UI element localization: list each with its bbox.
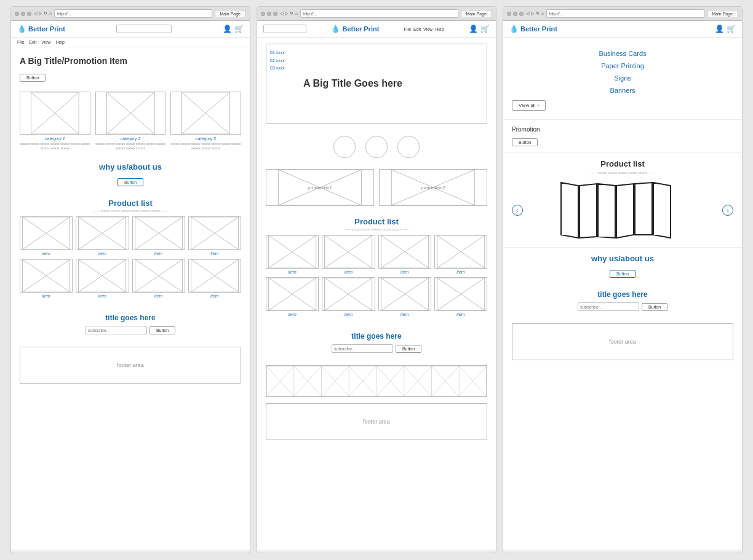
middle-footer-pattern xyxy=(266,365,487,397)
right-cart-icon[interactable]: 🛒 xyxy=(727,25,736,33)
right-promotion-section: Promotion Button xyxy=(503,120,742,153)
middle-user-icon[interactable]: 👤 xyxy=(469,25,478,33)
nav-link-signs[interactable]: Signs xyxy=(614,74,631,82)
mid-nav-edit[interactable]: Edit xyxy=(413,27,421,31)
cat3-image xyxy=(171,92,241,134)
mid-prod-3: item xyxy=(378,235,431,274)
mid-prod-4: item xyxy=(434,235,487,274)
right-subscribe-title: title goes here xyxy=(512,290,733,299)
left-product-5: item xyxy=(20,259,73,298)
right-view-all-button[interactable]: View all › xyxy=(512,100,546,111)
brochure-visual xyxy=(527,179,719,241)
mid-nav-view[interactable]: View xyxy=(423,27,432,31)
left-footer-text: footer area xyxy=(117,362,144,368)
mid-nav-help[interactable]: Help xyxy=(435,27,444,31)
nav-link-paper-printing[interactable]: Paper Printing xyxy=(601,62,644,69)
left-hero-title: A Big Title/Promotion Item xyxy=(20,56,241,66)
nav-link-banners[interactable]: Banners xyxy=(610,87,635,94)
right-header-icons: 👤 🛒 xyxy=(715,25,736,33)
nav-link-business-cards[interactable]: Business Cards xyxy=(599,50,646,57)
prod2-img xyxy=(76,217,128,250)
banner-nav-1[interactable]: 01 xxxx xyxy=(270,49,285,57)
right-user-icon[interactable]: 👤 xyxy=(715,25,724,33)
browser-tab-left[interactable]: Main Page xyxy=(215,10,246,17)
left-hero: A Big Title/Promotion Item Button xyxy=(11,47,250,85)
middle-banner: 01 xxxx 02 xxxx 03 xxxx A Big Title Goes… xyxy=(266,44,487,124)
right-carousel-next[interactable]: › xyxy=(722,205,733,216)
url-bar-middle[interactable]: http://... xyxy=(300,9,458,18)
promo-banner-1-label: promotion1 xyxy=(308,185,332,191)
nav-help[interactable]: Help xyxy=(55,40,64,44)
svg-marker-92 xyxy=(653,183,671,238)
left-header-icons: 👤 🛒 xyxy=(223,25,244,33)
middle-subscribe: title goes here Button xyxy=(257,326,496,359)
user-icon[interactable]: 👤 xyxy=(223,25,232,33)
middle-nav-inline: File Edit View Help xyxy=(404,27,444,31)
middle-product-list-sub: —— xxxxxx xxxxxx xxxxxx xxxxxx xxxxxx —— xyxy=(266,227,487,231)
left-product-6: item xyxy=(76,259,129,298)
nav-view[interactable]: View xyxy=(41,40,50,44)
middle-promo-circles xyxy=(257,130,496,164)
cat3-label: category 3 xyxy=(170,136,241,141)
mid-prod-5: item xyxy=(266,277,319,317)
left-product-list-sub: —— xxxxxx xxxxxx xxxxxx xxxxxx xxxxxx xx… xyxy=(20,209,241,213)
left-product-7: item xyxy=(132,259,185,298)
right-carousel-prev[interactable]: ‹ xyxy=(512,205,523,216)
browser-tab-right[interactable]: Main Page xyxy=(707,10,738,17)
middle-search-input[interactable] xyxy=(263,25,306,33)
left-subscribe-button[interactable]: Button xyxy=(149,326,175,334)
prod8-label: item xyxy=(188,294,241,298)
banner-nav-2[interactable]: 02 xxxx xyxy=(270,57,285,65)
right-nav-section: Business Cards Paper Printing Signs Bann… xyxy=(503,37,742,120)
url-bar-right[interactable]: http://... xyxy=(546,9,704,18)
left-category-2: category 2 xxxxxx xxxxxx xxxxxx xxxxxx x… xyxy=(95,92,166,150)
left-panel: ◁ ▷ ↻ ⌂ http://... Main Page 💧 Better Pr… xyxy=(10,6,250,553)
banner-nav-3[interactable]: 03 xxxx xyxy=(270,65,285,73)
middle-product-list-header: Product list —— xxxxxx xxxxxx xxxxxx xxx… xyxy=(266,217,487,231)
svg-marker-91 xyxy=(635,183,652,235)
prod1-label: item xyxy=(20,251,73,256)
middle-window-controls xyxy=(261,12,277,16)
left-logo: 💧 Better Print xyxy=(17,25,65,33)
left-why-us-button[interactable]: Button xyxy=(118,178,143,186)
prod7-img xyxy=(133,259,185,292)
browser-tab-middle[interactable]: Main Page xyxy=(461,10,492,17)
nav-file[interactable]: File xyxy=(17,40,24,44)
middle-minimize-dot xyxy=(267,12,271,16)
mid-prod8-label: item xyxy=(434,312,487,317)
close-dot xyxy=(15,12,19,16)
middle-subscribe-button[interactable]: Button xyxy=(396,345,421,353)
right-close-dot xyxy=(507,12,511,16)
middle-promo-banners: promotion1 promotion2 xyxy=(257,164,496,211)
mid-nav-file[interactable]: File xyxy=(404,27,411,31)
cart-icon[interactable]: 🛒 xyxy=(234,25,244,33)
middle-cart-icon[interactable]: 🛒 xyxy=(480,25,490,33)
middle-expand-dot xyxy=(273,12,277,16)
mid-prod3-img xyxy=(379,235,431,268)
prod7-label: item xyxy=(132,294,185,298)
left-subscribe: title goes here Button xyxy=(11,307,250,341)
middle-subscribe-input[interactable] xyxy=(332,344,393,353)
prod1-img xyxy=(20,217,72,250)
left-search-input[interactable] xyxy=(116,25,172,33)
left-browser-toolbar: ◁ ▷ ↻ ⌂ http://... Main Page xyxy=(11,7,250,21)
left-subscribe-input[interactable] xyxy=(86,326,147,334)
right-carousel-section: Product list —— xxxxxx xxxxxx xxxxxx xxx… xyxy=(503,153,742,248)
mid-prod1-label: item xyxy=(266,270,319,274)
nav-edit[interactable]: Edit xyxy=(29,40,36,44)
middle-close-dot xyxy=(261,12,265,16)
left-product-8: item xyxy=(188,259,241,298)
left-product-4: item xyxy=(188,216,241,256)
right-promo-button[interactable]: Button xyxy=(512,138,538,146)
mid-prod-8: item xyxy=(434,277,487,317)
left-categories: category 1 xxxxxx xxxxxx xxxxxx xxxxxx x… xyxy=(11,85,250,156)
url-bar-left[interactable]: http://... xyxy=(54,9,212,18)
left-hero-button[interactable]: Button xyxy=(20,74,46,82)
right-subscribe-button[interactable]: Button xyxy=(642,303,667,311)
right-subscribe-form: Button xyxy=(512,302,733,311)
svg-marker-90 xyxy=(616,184,634,238)
right-why-us-button[interactable]: Button xyxy=(610,270,635,278)
mid-prod7-img xyxy=(379,278,431,310)
right-subscribe: title goes here Button xyxy=(503,284,742,317)
right-subscribe-input[interactable] xyxy=(578,302,639,311)
